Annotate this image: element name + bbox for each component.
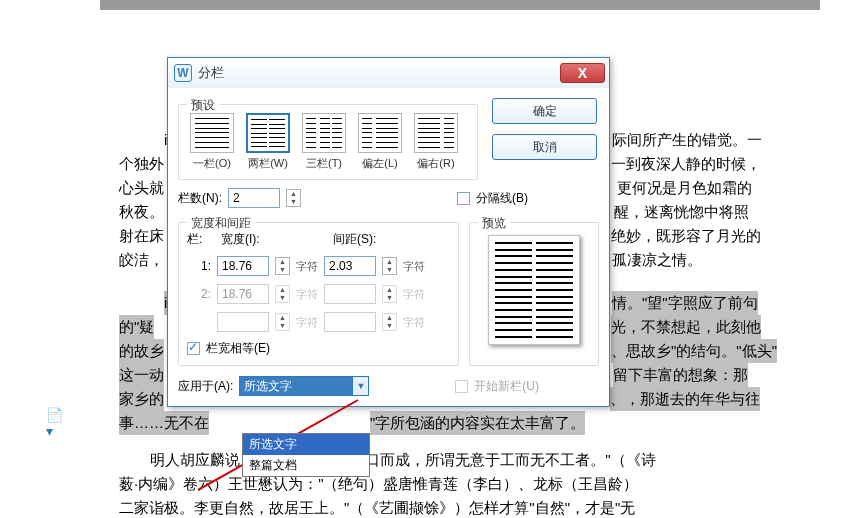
dialog-title: 分栏 bbox=[198, 64, 224, 82]
bg-text: 、，那逝去的年华与往 bbox=[610, 387, 760, 411]
bg-text: 留下丰富的想象：那 bbox=[613, 363, 748, 387]
cols-label: 栏数(N): bbox=[178, 190, 222, 207]
bg-text: 事……无不在 bbox=[119, 411, 209, 435]
dropdown-option-selected-text[interactable]: 所选文字 bbox=[243, 434, 369, 455]
preset-three-columns[interactable]: 三栏(T) bbox=[299, 113, 349, 171]
dropdown-option-whole-doc[interactable]: 整篇文档 bbox=[243, 455, 369, 476]
start-new-col-label: 开始新栏(U) bbox=[474, 378, 539, 395]
app-icon: W bbox=[174, 64, 192, 82]
bg-text: 的故乡 bbox=[119, 339, 164, 363]
preset-left[interactable]: 偏左(L) bbox=[355, 113, 405, 171]
preview-group: 预览 bbox=[469, 222, 599, 366]
preset-group: 预设 一栏(O) 两栏(W) 三栏(T) 偏左(L) bbox=[178, 104, 478, 180]
row3-spacing-input bbox=[324, 312, 376, 332]
width-spacing-label: 宽度和间距 bbox=[187, 215, 255, 232]
cols-spinner[interactable]: ▲▼ bbox=[286, 189, 301, 207]
row3-width-spin: ▲▼ bbox=[275, 313, 290, 331]
row2-spacing-spin: ▲▼ bbox=[382, 285, 397, 303]
bg-text: 明人胡应麟说："太白诸绝句，信口而成，所谓无意于工而无不工者。"（《诗 bbox=[150, 448, 656, 472]
width-spacing-group: 宽度和间距 栏: 宽度(I): 间距(S): 1: 18.76 ▲▼ 字符 2.… bbox=[178, 222, 459, 366]
row1-idx: 1: bbox=[187, 259, 211, 273]
chevron-down-icon: ▼ bbox=[352, 377, 368, 395]
bg-text: 醒，迷离恍惚中将照 bbox=[614, 200, 749, 224]
preview-label: 预览 bbox=[478, 215, 510, 232]
row2-width-input: 18.76 bbox=[217, 284, 269, 304]
apply-label: 应用于(A): bbox=[178, 378, 233, 395]
col-header: 栏: bbox=[187, 231, 215, 248]
bg-text: 际间所产生的错觉。一 bbox=[612, 128, 762, 152]
row1-width-input[interactable]: 18.76 bbox=[217, 256, 269, 276]
bg-text: 皎洁， bbox=[119, 248, 164, 272]
columns-dialog: W 分栏 X 确定 取消 预设 一栏(O) 两栏(W) 三栏( bbox=[167, 57, 610, 407]
bg-text: 更何况是月色如霜的 bbox=[617, 176, 752, 200]
bg-text: 家乡的 bbox=[119, 387, 164, 411]
bg-text: 、思故乡"的结句。"低头" bbox=[611, 339, 777, 363]
cancel-button[interactable]: 取消 bbox=[492, 134, 597, 160]
equal-width-label: 栏宽相等(E) bbox=[206, 340, 270, 357]
preset-one-column[interactable]: 一栏(O) bbox=[187, 113, 237, 171]
bg-text: 心头就 bbox=[119, 176, 164, 200]
preset-group-label: 预设 bbox=[187, 97, 219, 114]
bg-text: 这一动 bbox=[119, 363, 164, 387]
ok-button[interactable]: 确定 bbox=[492, 98, 597, 124]
row3-spacing-spin: ▲▼ bbox=[382, 313, 397, 331]
bg-text: 光，不禁想起，此刻他 bbox=[611, 315, 761, 339]
row2-width-spin: ▲▼ bbox=[275, 285, 290, 303]
row2-spacing-input bbox=[324, 284, 376, 304]
equal-width-checkbox[interactable] bbox=[187, 342, 200, 355]
divider-label: 分隔线(B) bbox=[476, 190, 528, 207]
preset-two-columns[interactable]: 两栏(W) bbox=[243, 113, 293, 171]
row1-spacing-input[interactable]: 2.03 bbox=[324, 256, 376, 276]
close-button[interactable]: X bbox=[560, 63, 605, 83]
start-new-col-checkbox bbox=[455, 380, 468, 393]
paste-options-icon[interactable]: 📄▾ bbox=[46, 415, 66, 431]
bg-text: 二家诣极。李更自然，故居王上。"（《艺圃撷馀》）怎样才算"自然"，才是"无 bbox=[119, 496, 635, 518]
apply-dropdown-list: 所选文字 整篇文档 bbox=[242, 433, 370, 477]
bg-text: 情。"望"字照应了前句 bbox=[612, 291, 758, 315]
bg-text: 秋夜。 bbox=[119, 200, 164, 224]
preset-right[interactable]: 偏右(R) bbox=[411, 113, 461, 171]
row3-width-input bbox=[217, 312, 269, 332]
bg-text: 一到夜深人静的时候， bbox=[611, 152, 761, 176]
bg-text: 个独外 bbox=[119, 152, 164, 176]
dialog-body: 确定 取消 预设 一栏(O) 两栏(W) 三栏(T) bbox=[168, 88, 609, 406]
dialog-buttons: 确定 取消 bbox=[492, 98, 597, 160]
apply-combobox[interactable]: 所选文字 ▼ bbox=[239, 376, 369, 396]
page-shadow bbox=[100, 0, 820, 10]
row2-idx: 2: bbox=[187, 287, 211, 301]
preview-box bbox=[488, 235, 580, 345]
bg-text: 孤凄凉之情。 bbox=[612, 248, 702, 272]
width-header: 宽度(I): bbox=[221, 231, 287, 248]
bg-text: 的"疑 bbox=[119, 315, 154, 339]
bg-text: 薮·内编》卷六）王世懋认为："（绝句）盛唐惟青莲（李白）、龙标（王昌龄） bbox=[119, 472, 639, 496]
row1-spacing-spin[interactable]: ▲▼ bbox=[382, 257, 397, 275]
row1-width-spin[interactable]: ▲▼ bbox=[275, 257, 290, 275]
divider-checkbox[interactable] bbox=[457, 192, 470, 205]
bg-text: 绝妙，既形容了月光的 bbox=[611, 224, 761, 248]
bg-text: 射在床 bbox=[119, 224, 164, 248]
preset-row: 一栏(O) 两栏(W) 三栏(T) 偏左(L) 偏右(R) bbox=[187, 113, 469, 171]
dialog-titlebar[interactable]: W 分栏 X bbox=[168, 58, 609, 88]
spacing-header: 间距(S): bbox=[333, 231, 376, 248]
cols-input[interactable]: 2 bbox=[228, 188, 280, 208]
bg-text: "字所包涵的内容实在太丰富了。 bbox=[370, 411, 585, 435]
